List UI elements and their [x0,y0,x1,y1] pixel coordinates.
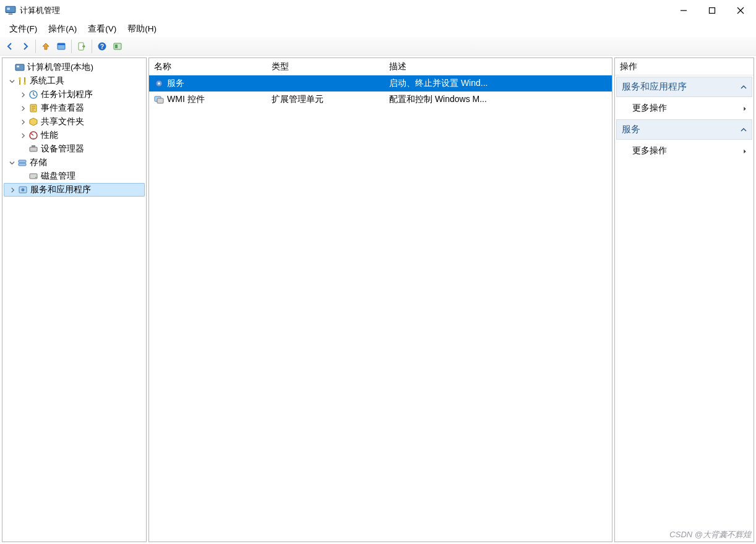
toolbar-properties[interactable] [54,39,69,54]
tree-label: 磁盘管理 [41,171,75,182]
column-header-name[interactable]: 名称 [149,58,267,75]
actions-header: 操作 [615,58,754,75]
tree-panel: 计算机管理(本地) 系统工具 任务计划程序 事件查看器 [2,57,147,542]
list-body: 服务 启动、终止并设置 Wind... WMI 控件 扩展管理单元 配置和控制 … [149,75,612,542]
storage-icon [17,158,27,168]
toolbar-up[interactable] [38,39,53,54]
action-item-label: 更多操作 [632,145,667,156]
tree-label: 任务计划程序 [41,89,93,100]
gear-icon [154,79,164,88]
toolbar-separator [71,40,72,53]
column-header-description[interactable]: 描述 [384,58,612,75]
toolbar-forward[interactable] [18,39,33,54]
tree-label: 设备管理器 [41,143,84,155]
cell-name: WMI 控件 [167,94,205,105]
wmi-control-icon [154,95,164,104]
actions-section-services-apps[interactable]: 服务和应用程序 [616,77,752,97]
actions-more-services[interactable]: 更多操作 [616,142,752,159]
cell-description: 配置和控制 Windows M... [384,94,612,105]
twisty-icon[interactable] [19,117,27,126]
export-list-icon [77,41,87,51]
list-header: 名称 类型 描述 [149,58,612,75]
arrow-right-icon [20,41,30,51]
twisty-icon[interactable] [19,131,27,140]
twisty-icon[interactable] [8,185,17,194]
toolbar-back[interactable] [2,39,17,54]
tree-event-viewer[interactable]: 事件查看器 [4,101,145,115]
twisty-icon[interactable] [19,90,27,99]
help-icon [97,41,107,51]
minimize-button[interactable] [669,1,698,20]
window-title: 计算机管理 [20,5,60,16]
list-row-wmi-control[interactable]: WMI 控件 扩展管理单元 配置和控制 Windows M... [149,91,612,108]
tree-label: 系统工具 [30,75,64,87]
show-hide-icon [113,41,122,51]
column-header-type[interactable]: 类型 [267,58,384,75]
actions-more-services-apps[interactable]: 更多操作 [616,100,752,117]
list-panel: 名称 类型 描述 服务 启动、终止并设置 Wind... WMI 控件 扩展管理… [148,57,612,542]
shared-folders-icon [28,117,38,127]
twisty-icon[interactable] [19,104,27,113]
cell-description: 启动、终止并设置 Wind... [384,78,612,89]
device-manager-icon [28,144,38,154]
system-tools-icon [17,76,27,86]
tree-label: 计算机管理(本地) [27,62,93,73]
tree-disk-management[interactable]: 磁盘管理 [4,169,145,183]
event-viewer-icon [28,103,38,113]
action-item-label: 更多操作 [632,103,667,114]
menu-view[interactable]: 查看(V) [82,22,122,36]
maximize-button[interactable] [698,1,726,20]
twisty-icon[interactable] [7,158,16,167]
actions-panel: 操作 服务和应用程序 更多操作 服务 更多操作 [614,57,754,542]
tree-performance[interactable]: 性能 [4,129,145,142]
computer-icon [15,62,25,72]
cell-name: 服务 [167,78,184,89]
tree-label: 服务和应用程序 [30,184,91,195]
chevron-right-icon [742,104,747,113]
actions-section-label: 服务 [622,124,640,135]
toolbar-showhide[interactable] [110,39,125,54]
cell-type: 扩展管理单元 [267,94,384,105]
client-area: 计算机管理(本地) 系统工具 任务计划程序 事件查看器 [0,56,756,544]
actions-section-label: 服务和应用程序 [622,81,687,93]
collapse-icon [741,82,747,92]
menu-help[interactable]: 帮助(H) [122,22,162,36]
arrow-left-icon [5,41,15,51]
close-button[interactable] [726,1,755,20]
tree-label: 事件查看器 [41,103,84,114]
twisty-icon[interactable] [5,63,14,72]
tree-device-manager[interactable]: 设备管理器 [4,142,145,156]
toolbar-export[interactable] [74,39,89,54]
tree-system-tools[interactable]: 系统工具 [4,74,145,88]
chevron-right-icon [742,147,747,156]
toolbar-help[interactable] [95,39,110,54]
toolbar [0,37,756,56]
menu-file[interactable]: 文件(F) [4,22,43,36]
services-apps-icon [18,185,28,195]
tree-label: 性能 [41,130,58,141]
tree-task-scheduler[interactable]: 任务计划程序 [4,88,145,101]
toolbar-separator [35,40,36,53]
clock-icon [28,90,38,100]
disk-management-icon [28,171,38,181]
tree-services-and-applications[interactable]: 服务和应用程序 [4,183,145,197]
properties-icon [56,41,66,51]
tree-storage[interactable]: 存储 [4,156,145,169]
tree-shared-folders[interactable]: 共享文件夹 [4,115,145,129]
tree-label: 共享文件夹 [41,116,84,127]
toolbar-separator [92,40,92,53]
up-level-icon [41,41,51,51]
menu-bar: 文件(F) 操作(A) 查看(V) 帮助(H) [0,21,756,37]
actions-section-services[interactable]: 服务 [616,119,752,140]
menu-action[interactable]: 操作(A) [43,22,82,36]
tree: 计算机管理(本地) 系统工具 任务计划程序 事件查看器 [2,58,146,199]
twisty-icon[interactable] [7,77,16,85]
performance-icon [28,130,38,140]
app-icon [5,5,16,16]
list-row-services[interactable]: 服务 启动、终止并设置 Wind... [149,75,612,91]
title-bar: 计算机管理 [0,0,756,21]
tree-label: 存储 [30,157,47,168]
collapse-icon [741,125,747,135]
tree-root-node[interactable]: 计算机管理(本地) [4,61,145,74]
